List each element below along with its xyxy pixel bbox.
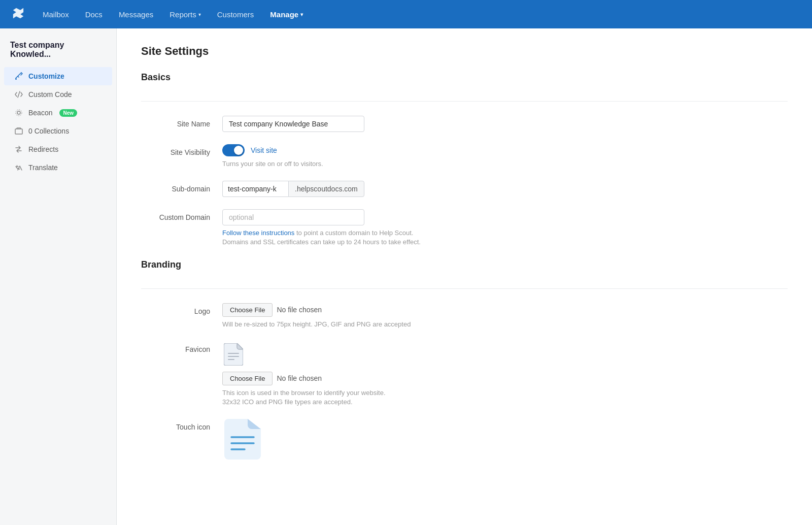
sidebar-item-translate[interactable]: Translate <box>4 158 112 177</box>
sidebar: Test company Knowled... Customize Custom… <box>0 28 117 525</box>
site-visibility-field: Visit site Turns your site on or off to … <box>222 144 788 169</box>
translate-icon <box>14 163 23 172</box>
logo-hint: Will be re-sized to 75px height. JPG, GI… <box>222 320 788 329</box>
sidebar-item-beacon-label: Beacon <box>28 109 52 117</box>
sidebar-item-translate-label: Translate <box>28 163 58 172</box>
app-logo[interactable] <box>10 6 26 22</box>
branding-divider <box>141 288 788 289</box>
touch-icon-preview <box>222 419 263 460</box>
visit-site-link[interactable]: Visit site <box>251 146 277 154</box>
svg-point-2 <box>17 111 20 114</box>
favicon-file-chosen: No file chosen <box>277 374 322 382</box>
sidebar-item-beacon[interactable]: Beacon New <box>4 104 112 122</box>
favicon-row: Favicon Choose File No file chosen <box>141 341 788 407</box>
subdomain-label: Sub-domain <box>141 181 222 193</box>
basics-divider <box>141 101 788 102</box>
nav-messages[interactable]: Messages <box>113 7 159 22</box>
logo-choose-file-button[interactable]: Choose File <box>222 303 273 317</box>
logo-file-chosen: No file chosen <box>277 306 322 314</box>
manage-chevron-icon: ▾ <box>300 12 303 17</box>
nav-docs[interactable]: Docs <box>79 7 109 22</box>
favicon-icon-preview <box>222 341 245 368</box>
logo-row: Logo Choose File No file chosen Will be … <box>141 303 788 329</box>
touch-icon-label: Touch icon <box>141 419 222 431</box>
logo-field: Choose File No file chosen Will be re-si… <box>222 303 788 329</box>
site-name-row: Site Name <box>141 116 788 132</box>
sidebar-item-customize[interactable]: Customize <box>4 67 112 85</box>
visibility-hint: Turns your site on or off to visitors. <box>222 159 788 169</box>
custom-domain-field: Follow these instructions to point a cus… <box>222 209 788 247</box>
toggle-thumb <box>234 146 243 155</box>
visibility-toggle[interactable] <box>222 144 245 156</box>
favicon-label: Favicon <box>141 341 222 353</box>
site-visibility-label: Site Visibility <box>141 144 222 156</box>
redirects-icon <box>14 145 23 154</box>
collections-icon <box>14 126 23 136</box>
subdomain-row: Sub-domain .helpscoutdocs.com <box>141 181 788 197</box>
site-name-input[interactable] <box>222 116 364 132</box>
nav-manage[interactable]: Manage ▾ <box>264 7 309 22</box>
customize-icon <box>14 72 23 81</box>
page-title: Site Settings <box>141 45 788 58</box>
favicon-choose-file-button[interactable]: Choose File <box>222 372 273 385</box>
top-nav: Mailbox Docs Messages Reports ▾ Customer… <box>0 0 812 28</box>
beacon-new-badge: New <box>59 109 77 117</box>
site-name-field <box>222 116 788 132</box>
nav-customers[interactable]: Customers <box>211 7 260 22</box>
custom-domain-hint-link[interactable]: Follow these instructions <box>222 229 294 237</box>
beacon-icon <box>14 108 23 117</box>
svg-point-3 <box>16 110 22 116</box>
site-name-label: Site Name <box>141 116 222 128</box>
svg-rect-4 <box>15 129 22 134</box>
nav-reports[interactable]: Reports ▾ <box>163 7 207 22</box>
site-visibility-row: Site Visibility Visit site Turns your si… <box>141 144 788 169</box>
custom-domain-label: Custom Domain <box>141 209 222 221</box>
nav-mailbox[interactable]: Mailbox <box>37 7 75 22</box>
sidebar-item-collections[interactable]: 0 Collections <box>4 122 112 140</box>
sidebar-item-custom-code-label: Custom Code <box>28 90 72 99</box>
sidebar-item-customize-label: Customize <box>28 72 64 80</box>
sidebar-item-redirects[interactable]: Redirects <box>4 140 112 158</box>
app-layout: Test company Knowled... Customize Custom… <box>0 28 812 525</box>
custom-domain-input[interactable] <box>222 209 364 225</box>
code-icon <box>14 90 23 99</box>
favicon-field: Choose File No file chosen This icon is … <box>222 341 788 407</box>
svg-line-1 <box>18 91 20 97</box>
sidebar-title: Test company Knowled... <box>0 37 116 67</box>
branding-section-title: Branding <box>141 259 788 276</box>
toggle-row: Visit site <box>222 144 788 156</box>
reports-chevron-icon: ▾ <box>198 12 201 17</box>
sidebar-item-collections-label: 0 Collections <box>28 127 69 135</box>
sidebar-item-custom-code[interactable]: Custom Code <box>4 85 112 104</box>
touch-icon-field <box>222 419 788 460</box>
custom-domain-hint: Follow these instructions to point a cus… <box>222 228 788 247</box>
subdomain-suffix: .helpscoutdocs.com <box>288 181 364 197</box>
touch-icon-row: Touch icon <box>141 419 788 460</box>
subdomain-input-row: .helpscoutdocs.com <box>222 181 788 197</box>
main-content: Site Settings Basics Site Name Site Visi… <box>117 28 812 525</box>
favicon-hint: This icon is used in the browser to iden… <box>222 388 788 407</box>
custom-domain-row: Custom Domain Follow these instructions … <box>141 209 788 247</box>
subdomain-input[interactable] <box>222 181 288 197</box>
basics-section-title: Basics <box>141 72 788 89</box>
sidebar-item-redirects-label: Redirects <box>28 145 58 153</box>
subdomain-field: .helpscoutdocs.com <box>222 181 788 197</box>
logo-label: Logo <box>141 303 222 315</box>
svg-point-0 <box>15 78 17 80</box>
